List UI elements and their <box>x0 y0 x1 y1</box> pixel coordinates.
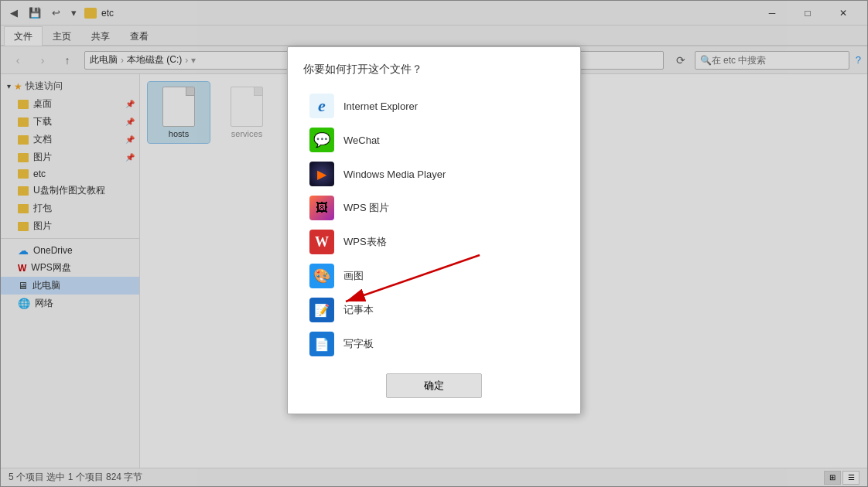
app-name-wps-img: WPS 图片 <box>343 201 389 215</box>
app-item-ie[interactable]: e Internet Explorer <box>303 89 565 123</box>
paint-logo: 🎨 <box>313 267 330 284</box>
dialog-footer: 确定 <box>303 373 565 398</box>
wmp-icon: ▶ <box>309 162 334 186</box>
paint-icon: 🎨 <box>309 264 334 288</box>
app-item-wordpad[interactable]: 📄 写字板 <box>303 327 565 361</box>
app-name-ie: Internet Explorer <box>343 100 418 112</box>
wps-img-icon: 🖼 <box>309 196 334 220</box>
ie-icon: e <box>309 94 334 118</box>
app-name-paint: 画图 <box>343 269 364 283</box>
app-item-notepad[interactable]: 📝 记事本 <box>303 293 565 327</box>
wps-tbl-icon: W <box>309 230 334 254</box>
wps-img-logo: 🖼 <box>316 201 328 215</box>
dialog-title: 你要如何打开这个文件？ <box>303 63 565 77</box>
wordpad-logo: 📄 <box>314 337 330 352</box>
app-name-wechat: WeChat <box>343 135 380 146</box>
wechat-logo: 💬 <box>313 131 330 148</box>
dialog-overlay: 你要如何打开这个文件？ e Internet Explorer 💬 WeChat <box>0 0 868 487</box>
open-with-dialog: 你要如何打开这个文件？ e Internet Explorer 💬 WeChat <box>287 46 581 414</box>
wmp-inner: ▶ <box>309 162 334 186</box>
app-item-wechat[interactable]: 💬 WeChat <box>303 123 565 157</box>
wps-tbl-logo: W <box>315 234 329 250</box>
app-name-wmp: Windows Media Player <box>343 169 446 180</box>
app-item-wps-tbl[interactable]: W WPS表格 <box>303 225 565 259</box>
app-list: e Internet Explorer 💬 WeChat ▶ Windows M… <box>303 89 565 361</box>
ok-button[interactable]: 确定 <box>386 373 482 398</box>
notepad-icon: 📝 <box>309 298 334 322</box>
wordpad-icon: 📄 <box>309 332 334 356</box>
app-item-wmp[interactable]: ▶ Windows Media Player <box>303 157 565 191</box>
app-item-paint[interactable]: 🎨 画图 <box>303 259 565 293</box>
app-name-wordpad: 写字板 <box>343 337 374 351</box>
wmp-play-icon: ▶ <box>317 167 326 182</box>
ie-logo: e <box>318 96 326 116</box>
app-item-wps-img[interactable]: 🖼 WPS 图片 <box>303 191 565 225</box>
app-name-notepad: 记事本 <box>343 303 374 317</box>
notepad-logo: 📝 <box>314 303 330 318</box>
wechat-icon: 💬 <box>309 128 334 152</box>
app-name-wps-tbl: WPS表格 <box>343 235 387 249</box>
